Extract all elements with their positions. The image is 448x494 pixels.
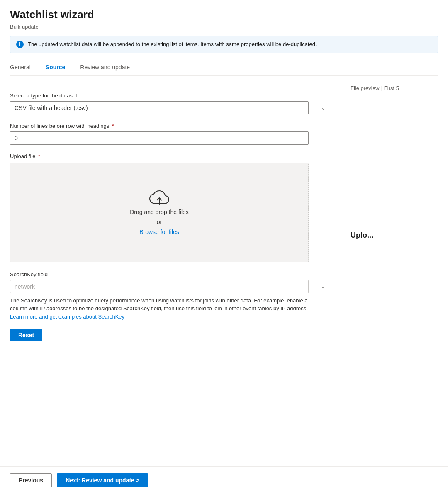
lines-required-star: * (112, 123, 114, 129)
tab-source[interactable]: Source (46, 61, 72, 75)
upload-or-text: or (157, 219, 162, 225)
tabs-row: General Source Review and update (10, 61, 438, 76)
upload-drag-text: Drag and drop the files (130, 209, 189, 215)
searchkey-chevron-icon: ⌄ (321, 284, 325, 290)
info-banner: i The updated watchlist data will be app… (10, 36, 438, 53)
tab-general[interactable]: General (10, 61, 37, 75)
dataset-type-label: Select a type for the dataset (10, 92, 329, 99)
dataset-type-select[interactable]: CSV file with a header (.csv) CSV file w… (10, 101, 309, 114)
info-banner-text: The updated watchlist data will be appen… (28, 40, 317, 49)
preview-title: File preview | First 5 (351, 84, 438, 92)
searchkey-select-wrapper: network ⌄ (10, 280, 329, 293)
browse-for-files-link[interactable]: Browse for files (139, 229, 179, 235)
dataset-type-chevron-icon: ⌄ (321, 105, 325, 111)
upload-required-star: * (38, 153, 40, 159)
lines-label: Number of lines before row with headings… (10, 123, 329, 129)
lines-input[interactable] (10, 131, 309, 145)
cloud-upload-icon (149, 190, 169, 205)
preview-subtitle: | First 5 (381, 85, 399, 91)
tab-review[interactable]: Review and update (80, 61, 136, 75)
preview-upload-label: Uplo... (351, 231, 438, 240)
searchkey-helper-text: The SearchKey is used to optimize query … (10, 297, 309, 321)
next-button[interactable]: Next: Review and update > (57, 473, 148, 487)
upload-zone[interactable]: Drag and drop the files or Browse for fi… (10, 163, 309, 262)
upload-file-label: Upload file * (10, 153, 329, 159)
ellipsis-menu-icon[interactable]: ··· (99, 10, 108, 19)
preview-panel: File preview | First 5 Uplo... (342, 84, 438, 342)
searchkey-select[interactable]: network (10, 280, 309, 293)
dataset-type-wrapper: CSV file with a header (.csv) CSV file w… (10, 101, 329, 114)
form-panel: Select a type for the dataset CSV file w… (10, 84, 342, 342)
info-icon: i (16, 41, 24, 48)
page-subtitle: Bulk update (10, 24, 438, 30)
footer-bar: Previous Next: Review and update > (0, 466, 448, 494)
reset-button[interactable]: Reset (10, 329, 42, 341)
learn-more-link[interactable]: Learn more and get examples about Search… (10, 314, 124, 320)
previous-button[interactable]: Previous (10, 473, 52, 487)
page-title: Watchlist wizard (10, 8, 94, 21)
searchkey-label: SearchKey field (10, 271, 329, 277)
